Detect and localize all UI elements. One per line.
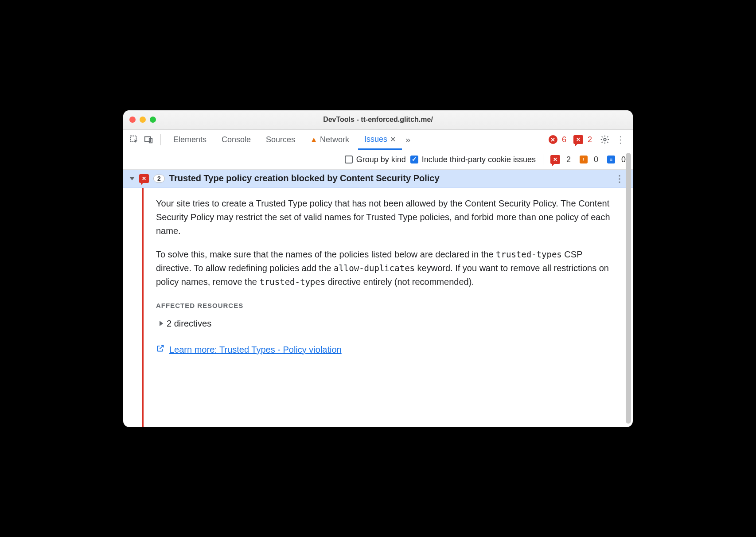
device-toolbar-icon[interactable] [143,134,154,145]
issue-badge-icon[interactable]: ✕ [573,135,583,144]
close-icon[interactable]: ✕ [390,135,396,144]
issue-body: Your site tries to create a Trusted Type… [123,188,633,427]
code-inline: trusted-types [496,249,562,259]
issue-paragraph: Your site tries to create a Trusted Type… [156,197,615,238]
window-title: DevTools - tt-enforced.glitch.me/ [123,116,633,124]
tab-label: Console [222,135,251,144]
tab-issues[interactable]: Issues ✕ [358,130,402,150]
tab-elements[interactable]: Elements [167,130,213,150]
issue-count: 2 [588,135,592,144]
separator [543,154,543,165]
directives-expander[interactable]: 2 directives [160,317,615,331]
tab-label: Network [320,135,349,144]
page-error-count: 2 [566,155,571,164]
breaking-change-badge-icon[interactable]: ! [580,156,588,163]
issue-count-pill: 2 [153,175,165,183]
improvement-badge-icon[interactable]: ≡ [607,156,615,163]
issue-kind-icon: ✕ [139,174,149,183]
chevron-down-icon[interactable] [129,177,135,180]
tab-console[interactable]: Console [215,130,257,150]
directives-count: 2 directives [167,317,211,331]
code-inline: allow-duplicates [334,263,415,273]
checkbox-icon [410,156,418,163]
scrollbar-thumb[interactable] [626,153,631,424]
tab-label: Sources [266,135,295,144]
error-count: 6 [562,135,566,144]
settings-icon[interactable] [599,134,611,145]
issue-menu-icon[interactable]: ⋮ [612,173,627,184]
devtools-window: DevTools - tt-enforced.glitch.me/ Elemen… [123,110,633,427]
window-zoom-button[interactable] [150,117,156,123]
titlebar: DevTools - tt-enforced.glitch.me/ [123,110,633,130]
checkbox-label: Group by kind [356,155,406,164]
window-minimize-button[interactable] [140,117,146,123]
tab-label: Elements [173,135,207,144]
main-menu-icon[interactable]: ⋮ [613,134,627,145]
svg-point-3 [604,138,606,141]
scrollbar[interactable] [626,153,631,424]
page-error-badge-icon[interactable]: ✕ [550,155,560,164]
learn-more-link[interactable]: Learn more: Trusted Types - Policy viola… [156,343,615,357]
external-link-icon [156,343,165,357]
more-tabs-icon[interactable]: » [405,134,411,146]
code-inline: trusted-types [259,277,325,287]
warning-icon: ▲ [310,136,317,144]
group-by-kind-checkbox[interactable]: Group by kind [345,155,406,164]
checkbox-label: Include third-party cookie issues [422,155,536,164]
issue-description: Your site tries to create a Trusted Type… [144,188,633,427]
breaking-change-count: 0 [594,155,598,164]
panel-tabbar: Elements Console Sources ▲ Network Issue… [123,130,633,150]
issue-paragraph: To solve this, make sure that the names … [156,248,615,289]
window-close-button[interactable] [129,117,136,123]
inspect-element-icon[interactable] [129,134,140,145]
third-party-cookie-checkbox[interactable]: Include third-party cookie issues [410,155,536,164]
improvement-count: 0 [621,155,626,164]
learn-more-text: Learn more: Trusted Types - Policy viola… [169,343,342,357]
issues-toolbar: Group by kind Include third-party cookie… [123,150,633,170]
issue-title: Trusted Type policy creation blocked by … [169,173,440,183]
separator [160,134,161,145]
tab-sources[interactable]: Sources [260,130,301,150]
error-badge-icon[interactable]: ✕ [549,135,557,144]
tab-label: Issues [364,135,387,144]
tab-network[interactable]: ▲ Network [304,130,355,150]
affected-resources-label: AFFECTED RESOURCES [156,300,615,311]
issue-header[interactable]: ✕ 2 Trusted Type policy creation blocked… [123,170,633,188]
traffic-lights [129,117,156,123]
checkbox-icon [345,156,353,163]
chevron-right-icon [160,321,163,326]
